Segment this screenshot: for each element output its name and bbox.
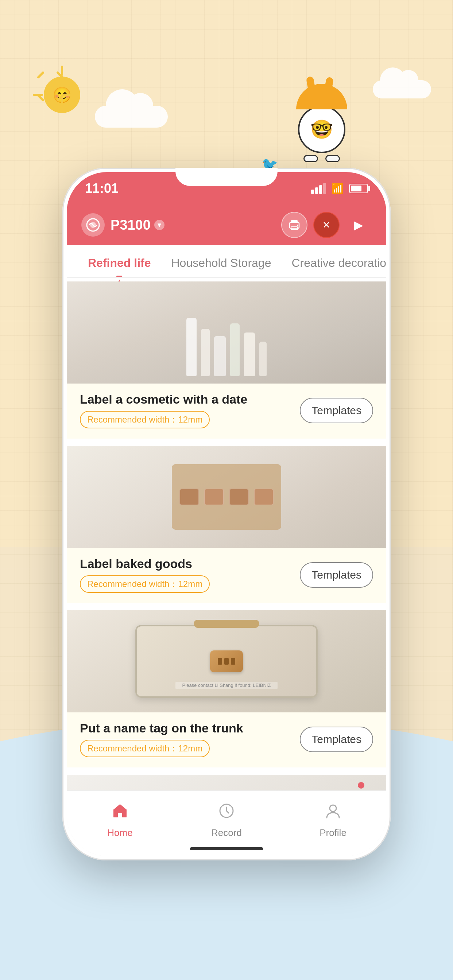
print-button[interactable] xyxy=(281,212,308,238)
card-cosmetic-body: Label a cosmetic with a date Recommended… xyxy=(67,383,386,439)
phone-screen: 11:01 📶 xyxy=(67,172,386,856)
profile-label: Profile xyxy=(319,827,346,838)
card-baked-badge: Recommended width：12mm xyxy=(80,575,210,593)
home-label: Home xyxy=(107,827,132,838)
card-baked-title: Label baked goods xyxy=(80,557,210,571)
nav-record[interactable]: Record xyxy=(173,798,280,838)
cosmetic-templates-button[interactable]: Templates xyxy=(300,398,373,423)
tab-household-storage[interactable]: Household Storage xyxy=(161,256,281,277)
baked-templates-button[interactable]: Templates xyxy=(300,562,373,588)
home-indicator xyxy=(190,847,263,850)
phone-notch xyxy=(175,168,278,186)
signal-icon xyxy=(311,183,326,194)
card-baked-info: Label baked goods Recommended width：12mm xyxy=(80,557,210,593)
card-cosmetic-image xyxy=(67,282,386,383)
card-trunk-badge: Recommended width：12mm xyxy=(80,740,210,757)
app-header: P3100 ▾ ✕ xyxy=(67,205,386,245)
bottom-navigation: Home Record xyxy=(67,791,386,856)
phone-outer-shell: 11:01 📶 xyxy=(62,168,391,861)
phone-frame: 11:01 📶 xyxy=(62,168,391,861)
card-trunk-title: Put a name tag on the trunk xyxy=(80,721,243,735)
category-tabs: Refined life Household Storage Creative … xyxy=(67,245,386,278)
mascot-feet xyxy=(303,155,340,162)
card-baked-body: Label baked goods Recommended width：12mm… xyxy=(67,548,386,603)
trunk-templates-button[interactable]: Templates xyxy=(300,727,373,752)
tab-creative-decoration[interactable]: Creative decoration xyxy=(281,256,386,277)
svg-point-7 xyxy=(330,805,336,811)
header-left: P3100 ▾ xyxy=(81,213,164,237)
svg-rect-3 xyxy=(291,220,298,223)
card-cosmetic-title: Label a cosmetic with a date xyxy=(80,392,247,407)
device-icon xyxy=(81,213,105,237)
cloud-right xyxy=(373,80,431,99)
forward-button[interactable]: ▶ xyxy=(345,212,372,238)
record-icon xyxy=(214,798,239,824)
mascot-character: 🤓 xyxy=(285,84,358,179)
card-trunk-info: Put a name tag on the trunk Recommended … xyxy=(80,721,243,757)
device-name[interactable]: P3100 ▾ xyxy=(110,217,164,233)
status-icons: 📶 xyxy=(311,183,368,195)
forward-icon: ▶ xyxy=(354,218,363,232)
home-icon xyxy=(107,798,133,824)
tab-refined-life[interactable]: Refined life xyxy=(78,256,161,277)
mascot-body: 🤓 xyxy=(298,106,345,153)
profile-icon xyxy=(320,798,346,824)
nav-home[interactable]: Home xyxy=(67,798,173,838)
card-last: Creat label xyxy=(67,775,386,791)
wifi-icon: 📶 xyxy=(331,183,344,195)
device-chevron-icon: ▾ xyxy=(154,220,164,230)
card-baked-image xyxy=(67,446,386,548)
mascot-hat xyxy=(296,84,347,110)
close-button[interactable]: ✕ xyxy=(313,212,340,238)
header-right: ✕ ▶ xyxy=(281,212,372,238)
card-list: Label a cosmetic with a date Recommended… xyxy=(67,278,386,791)
status-time: 11:01 xyxy=(85,181,118,196)
cloud-left xyxy=(95,106,168,127)
card-trunk: Please contact Li Shang if found: LEIBNI… xyxy=(67,610,386,767)
card-cosmetic: Label a cosmetic with a date Recommended… xyxy=(67,282,386,439)
card-baked: Label baked goods Recommended width：12mm… xyxy=(67,446,386,603)
nav-profile[interactable]: Profile xyxy=(280,798,386,838)
record-label: Record xyxy=(211,827,242,838)
battery-icon xyxy=(349,184,368,193)
svg-point-5 xyxy=(297,224,298,226)
card-cosmetic-badge: Recommended width：12mm xyxy=(80,411,210,428)
card-trunk-image: Please contact Li Shang if found: LEIBNI… xyxy=(67,610,386,713)
card-cosmetic-info: Label a cosmetic with a date Recommended… xyxy=(80,392,247,428)
card-trunk-body: Put a name tag on the trunk Recommended … xyxy=(67,713,386,767)
close-icon: ✕ xyxy=(322,220,330,231)
sun-decoration: 😊 xyxy=(33,65,91,124)
